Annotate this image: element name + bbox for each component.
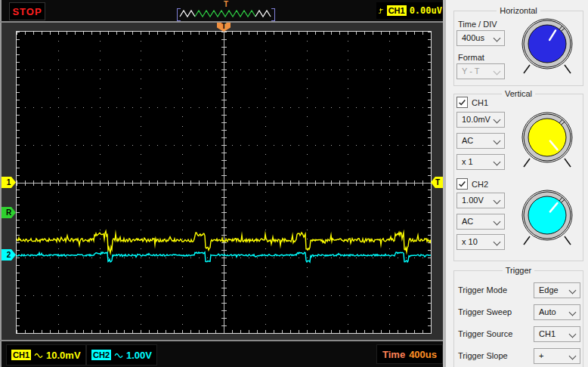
chevron-down-icon xyxy=(494,116,501,124)
record-preview: T xyxy=(177,1,275,20)
ch1-enable-label: CH1 xyxy=(472,98,488,107)
scope-top-bar: STOP T CH1 0.00uV xyxy=(2,0,443,21)
ch2-enable-label: CH2 xyxy=(472,180,488,189)
chevron-down-icon xyxy=(494,35,501,42)
ch2-readout: CH2 1.00V xyxy=(86,344,157,365)
chevron-down-icon xyxy=(569,331,577,338)
time-readout: Time 400us xyxy=(376,344,443,364)
ch1-position-knob[interactable] xyxy=(519,109,575,172)
ch2-enable-row: CH2 xyxy=(456,178,488,190)
ch2-scale-select[interactable]: 1.00V xyxy=(456,193,505,208)
trigger-readout: CH1 0.00uV xyxy=(376,2,444,19)
trigger-slope-label: Trigger Slope xyxy=(458,351,508,360)
ch1-enable-checkbox[interactable] xyxy=(456,97,468,108)
trigger-slope-select[interactable]: + xyxy=(534,348,580,364)
chevron-down-icon xyxy=(494,159,501,166)
trigger-group-title: Trigger xyxy=(503,266,534,275)
horizontal-group-title: Horizontal xyxy=(497,6,540,15)
trigger-mode-label: Trigger Mode xyxy=(458,285,507,295)
ch2-probe-select[interactable]: x 10 xyxy=(456,234,505,250)
chevron-down-icon xyxy=(494,197,501,205)
trigger-sweep-label: Trigger Sweep xyxy=(458,307,512,316)
scope-display xyxy=(17,32,431,333)
ch1-enable-row: CH1 xyxy=(456,97,488,108)
sine-wave-icon xyxy=(114,352,123,359)
chevron-down-icon xyxy=(494,68,501,76)
ch2-coupling-select[interactable]: AC xyxy=(456,214,505,230)
chevron-down-icon xyxy=(494,218,501,226)
check-icon xyxy=(458,98,466,106)
ch2-enable-checkbox[interactable] xyxy=(456,178,468,190)
vertical-group-title: Vertical xyxy=(502,89,535,98)
ch1-badge: CH1 xyxy=(11,350,31,360)
trigger-source-label: Trigger Source xyxy=(458,329,512,338)
sine-wave-icon xyxy=(34,352,43,359)
time-label: Time xyxy=(382,349,405,360)
ch1-probe-select[interactable]: x 1 xyxy=(456,154,505,170)
ch1-scale-value: 10.0mV xyxy=(46,350,81,361)
stop-button[interactable]: STOP xyxy=(9,2,45,20)
trigger-source-select[interactable]: CH1 xyxy=(534,326,580,342)
ch2-position-knob[interactable] xyxy=(519,187,575,250)
ch1-coupling-select[interactable]: AC xyxy=(456,133,505,149)
horizontal-position-knob[interactable] xyxy=(519,15,575,79)
trigger-mode-select[interactable]: Edge xyxy=(534,282,580,298)
chevron-down-icon xyxy=(569,309,577,316)
ch1-readout: CH1 10.0mV xyxy=(6,344,86,365)
trigger-level-value: 0.00uV xyxy=(410,5,442,16)
chevron-down-icon xyxy=(569,287,577,295)
ch2-scale-value: 1.00V xyxy=(126,350,152,361)
oscilloscope-app: STOP T CH1 0.00uV T 1 R 2 T CH1 10.0mV xyxy=(0,0,588,367)
time-div-select[interactable]: 400us xyxy=(456,30,505,46)
chevron-down-icon xyxy=(569,353,577,360)
trigger-sweep-select[interactable]: Auto xyxy=(534,304,580,320)
chevron-down-icon xyxy=(494,137,501,145)
preview-trigger-position-marker[interactable]: T xyxy=(177,1,275,8)
format-select: Y - T xyxy=(456,63,505,79)
check-icon xyxy=(458,180,466,188)
preview-waveform-icon xyxy=(178,8,274,20)
rising-edge-trigger-icon xyxy=(379,5,384,17)
time-value: 400us xyxy=(409,349,437,360)
format-label: Format xyxy=(458,53,484,62)
ch1-scale-select[interactable]: 10.0mV xyxy=(456,112,505,128)
time-div-label: Time / DIV xyxy=(458,20,497,29)
trigger-source-badge: CH1 xyxy=(387,5,407,16)
ch2-badge: CH2 xyxy=(91,350,111,360)
chevron-down-icon xyxy=(494,239,501,246)
